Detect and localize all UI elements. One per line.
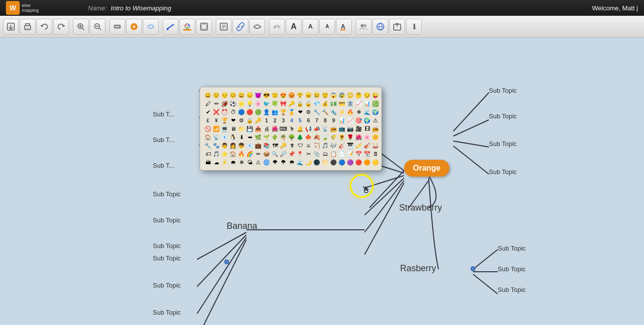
icon-cell[interactable]: 📁 xyxy=(237,125,245,133)
banana-sub3[interactable]: Sub Topic xyxy=(153,309,181,316)
icon-cell[interactable]: 🌕 xyxy=(321,158,329,166)
icon-cell[interactable]: 🌱 xyxy=(263,133,271,141)
icon-cell[interactable]: 🔩 xyxy=(330,108,338,116)
left-top2[interactable]: Sub T... xyxy=(153,136,174,144)
icon-cell[interactable]: ⭐ xyxy=(221,150,229,158)
icon-cell[interactable]: 🔧 xyxy=(313,108,321,116)
icon-cell[interactable]: 📤 xyxy=(254,125,262,133)
icon-cell[interactable]: ⚠ xyxy=(372,116,379,124)
icon-cell[interactable]: 😱 xyxy=(330,91,338,99)
icon-cell[interactable]: 🏈 xyxy=(221,100,229,108)
icon-cell[interactable]: 🌪 xyxy=(271,158,279,166)
icon-cell[interactable]: 🔧 xyxy=(204,142,212,149)
collaborate-button[interactable] xyxy=(356,19,372,35)
icon-cell[interactable]: ⚙ xyxy=(305,108,312,116)
icon-cell[interactable]: 🛡 xyxy=(296,142,304,149)
icon-cell[interactable]: 🌟 xyxy=(237,100,245,108)
font-color-button[interactable]: A xyxy=(336,19,352,35)
icon-cell[interactable]: 🌍 xyxy=(363,116,371,124)
icon-cell[interactable]: 🟡 xyxy=(372,158,379,166)
center-node[interactable]: Orange xyxy=(404,160,449,177)
icon-cell[interactable]: 🏆 xyxy=(221,116,229,124)
icon-cell[interactable]: 🏠 xyxy=(204,133,212,141)
zoom-in-button[interactable] xyxy=(73,19,89,35)
icon-cell[interactable]: 🖱 xyxy=(288,125,296,133)
icon-cell[interactable]: 💳 xyxy=(338,100,346,108)
icon-cell[interactable]: 🔍 xyxy=(271,150,279,158)
icon-cell[interactable]: 3 xyxy=(279,116,287,124)
icon-cell[interactable]: 🎵 xyxy=(212,150,220,158)
info-button[interactable]: ℹ xyxy=(406,19,422,35)
icon-cell[interactable]: 💵 xyxy=(330,100,338,108)
icon-cell[interactable]: 🎯 xyxy=(355,116,363,124)
icon-cell[interactable]: 🌍 xyxy=(372,108,379,116)
banana-node[interactable]: Banana xyxy=(227,221,257,231)
icon-cell[interactable]: 🏆 xyxy=(279,108,287,116)
icon-cell[interactable]: 📌 xyxy=(288,150,296,158)
icon-cell[interactable]: 😲 xyxy=(321,91,329,99)
icon-cell[interactable]: 🎀 xyxy=(279,100,287,108)
icon-cell[interactable]: 📎 xyxy=(313,150,321,158)
icon-cell[interactable]: 🗺 xyxy=(271,142,279,149)
icon-cell[interactable]: 🥁 xyxy=(372,142,379,149)
icon-cell[interactable]: 🍁 xyxy=(305,133,312,141)
color-button[interactable] xyxy=(179,19,195,35)
zoom-out-button[interactable] xyxy=(90,19,105,35)
icon-cell[interactable]: ⏰ xyxy=(221,108,229,116)
icon-cell[interactable]: 🙂 xyxy=(271,91,279,99)
icon-cell[interactable]: 🥇 xyxy=(288,108,296,116)
icon-cell[interactable]: 🎹 xyxy=(346,142,354,149)
add-subtopic-button[interactable] xyxy=(143,19,159,35)
icon-cell[interactable]: 🔎 xyxy=(279,150,287,158)
icon-cell[interactable]: 🎸 xyxy=(338,142,346,149)
icon-cell[interactable]: ⚙ xyxy=(237,116,245,124)
icon-cell[interactable]: ☁ xyxy=(212,158,220,166)
font-medium-button[interactable]: A xyxy=(303,19,318,35)
icon-cell[interactable]: 🌸 xyxy=(254,100,262,108)
icon-cell[interactable]: 🔥 xyxy=(237,150,245,158)
import-button[interactable] xyxy=(3,19,19,35)
icon-cell[interactable]: 😢 xyxy=(313,91,321,99)
icon-cell[interactable]: 🌳 xyxy=(288,133,296,141)
export-button[interactable] xyxy=(389,19,405,35)
icon-cell[interactable]: 🐾 xyxy=(212,142,220,149)
icon-cell[interactable]: 🟠 xyxy=(363,158,371,166)
icon-cell[interactable]: 1 xyxy=(263,116,271,124)
icon-cell[interactable]: 🟣 xyxy=(346,158,354,166)
icon-cell[interactable]: 🔴 xyxy=(355,158,363,166)
icon-cell[interactable]: 🏹 xyxy=(313,142,321,149)
banana-sub2[interactable]: Sub Topic xyxy=(153,282,181,289)
rasberry-sub3[interactable]: Sub Topic xyxy=(498,286,526,293)
rasberry-sub1[interactable]: Sub Topic xyxy=(498,245,526,252)
add-topic-button[interactable] xyxy=(126,19,142,35)
icon-cell[interactable]: 🍃 xyxy=(321,133,329,141)
icon-cell[interactable]: 8 xyxy=(321,116,329,124)
icon-cell[interactable]: 6 xyxy=(305,116,312,124)
icon-cell[interactable]: 💼 xyxy=(254,142,262,149)
icon-cell[interactable]: 🌴 xyxy=(279,133,287,141)
icon-cell[interactable]: 🔓 xyxy=(305,100,312,108)
icon-cell[interactable]: 👤 xyxy=(263,108,271,116)
icon-cell[interactable]: 😳 xyxy=(346,91,354,99)
icon-cell[interactable]: 🌺 xyxy=(355,133,363,141)
icon-cell[interactable]: 😔 xyxy=(221,91,229,99)
collapse-button[interactable] xyxy=(109,19,125,35)
icon-cell[interactable]: 🔨 xyxy=(321,108,329,116)
icon-cell[interactable]: 🌧 xyxy=(229,158,237,166)
rasberry-node[interactable]: Rasberry xyxy=(400,263,436,274)
icon-cell[interactable]: ⏱ xyxy=(229,108,237,116)
icon-cell[interactable]: 🗂 xyxy=(321,150,329,158)
print-button[interactable] xyxy=(20,19,35,35)
icon-cell[interactable]: 👦 xyxy=(237,142,245,149)
icon-cell[interactable]: ❄ xyxy=(355,108,363,116)
icon-cell[interactable]: ✏ xyxy=(212,100,220,108)
icon-cell[interactable]: ❌ xyxy=(212,108,220,116)
icon-cell[interactable]: 🌾 xyxy=(330,133,338,141)
left-top1[interactable]: Sub T... xyxy=(153,110,174,118)
undo-button[interactable] xyxy=(36,19,52,35)
icon-cell[interactable]: 💡 xyxy=(246,100,254,108)
icon-cell[interactable]: 🌲 xyxy=(296,133,304,141)
icon-cell[interactable]: 📄 xyxy=(338,150,346,158)
font-small-button[interactable]: A xyxy=(319,19,335,35)
icon-cell[interactable]: ⚔ xyxy=(305,142,312,149)
